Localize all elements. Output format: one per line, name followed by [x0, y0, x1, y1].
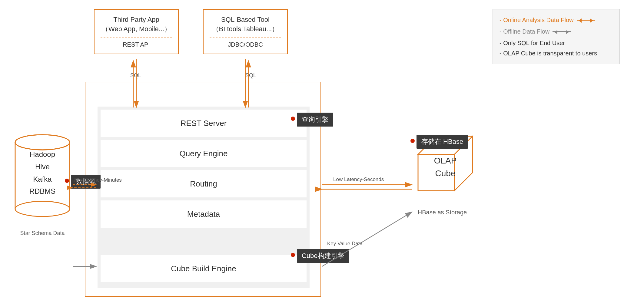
rest-api-label: REST API: [101, 41, 172, 48]
hadoop-title: HadoopHiveKafkaRDBMS: [12, 148, 73, 198]
routing-row: Routing: [101, 170, 307, 197]
sql-tool-title: SQL-Based Tool（BI tools:Tableau...）: [210, 15, 281, 34]
query-engine-dot: [291, 117, 295, 121]
cube-build-tooltip: Cube构建引擎: [297, 249, 349, 263]
svg-text:Key Value Data: Key Value Data: [327, 241, 363, 246]
rest-server-label: REST Server: [181, 119, 227, 128]
legend-offline-label: - Offline Data Flow: [500, 26, 549, 37]
storage-tooltip: 存储在 HBase: [417, 135, 468, 149]
jdbc-odbc-label: JDBC/ODBC: [210, 41, 281, 48]
third-party-title: Third Party App（Web App, Mobile...）: [101, 15, 172, 34]
legend-online-label: - Online Analysis Data Flow: [500, 15, 574, 25]
legend-olap-label: - OLAP Cube is transparent to users: [500, 48, 613, 58]
legend-sql-label: - Only SQL for End User: [500, 38, 613, 48]
cube-build-dot: [291, 253, 295, 257]
cube-build-engine-row: Cube Build Engine: [101, 255, 307, 282]
cube-build-engine-label: Cube Build Engine: [171, 264, 236, 273]
hbase-storage-label: HBase as Storage: [406, 209, 479, 216]
sql-tool-box: SQL-Based Tool（BI tools:Tableau...） JDBC…: [203, 9, 288, 54]
metadata-label: Metadata: [187, 210, 220, 219]
query-engine-row: Query Engine: [101, 140, 307, 167]
kylin-inner-area: REST Server Query Engine Routing Metadat…: [98, 107, 310, 288]
query-engine-label: Query Engine: [180, 149, 228, 158]
online-flow-arrow-icon: [577, 20, 595, 21]
third-party-box: Third Party App（Web App, Mobile...） REST…: [94, 9, 179, 54]
datasource-dot: [65, 179, 69, 183]
svg-text:SQL: SQL: [130, 72, 141, 78]
svg-text:SQL: SQL: [245, 72, 256, 78]
datasource-tooltip: 数据源: [71, 175, 101, 189]
svg-point-2: [15, 201, 70, 216]
star-schema-label: Star Schema Data: [9, 230, 76, 236]
metadata-row: Metadata: [101, 200, 307, 228]
diagram-container: - Online Analysis Data Flow - Offline Da…: [0, 0, 644, 307]
svg-text:Low Latency-Seconds: Low Latency-Seconds: [333, 177, 384, 182]
query-engine-tooltip: 查询引擎: [297, 113, 333, 127]
kylin-outer-box: REST Server Query Engine Routing Metadat…: [85, 82, 321, 297]
routing-label: Routing: [190, 179, 217, 189]
rest-server-row: REST Server: [101, 110, 307, 137]
olap-cube-title: OLAPCube: [415, 154, 476, 180]
storage-dot: [410, 139, 415, 143]
offline-flow-arrow-icon: [553, 31, 571, 32]
legend-box: - Online Analysis Data Flow - Offline Da…: [493, 9, 620, 64]
